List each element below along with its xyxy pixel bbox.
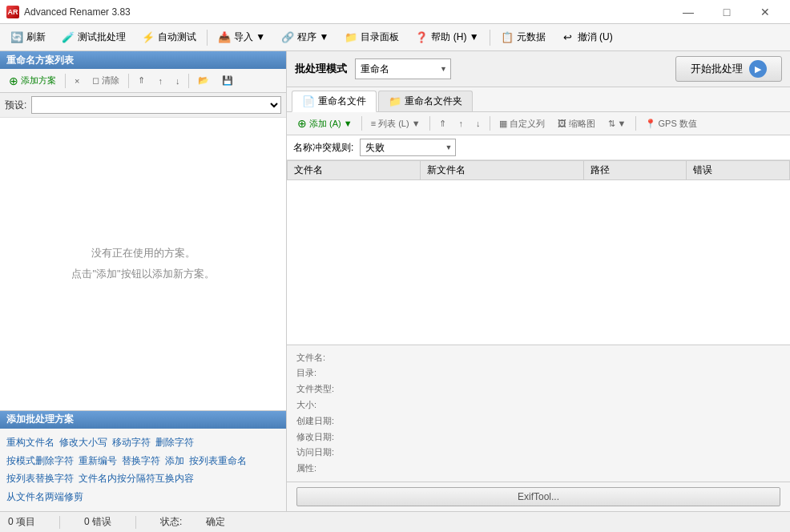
preset-select[interactable] [31,96,281,114]
start-batch-label: 开始批处理 [691,62,743,76]
method-remove-char[interactable]: 删除字符 [155,437,194,448]
method-move-char[interactable]: 移动字符 [112,437,151,448]
refresh-icon: 🔄 [10,31,23,44]
menu-refresh[interactable]: 🔄 刷新 [3,27,53,48]
menu-help-label: 帮助 (H) ▼ [431,30,478,44]
move-top-icon: ⇑ [138,75,145,86]
rtb-top-icon: ⇑ [439,119,446,129]
filename-label: 文件名: [296,350,393,366]
menu-help[interactable]: ❓ 帮助 (H) ▼ [408,27,486,48]
exif-button[interactable]: ExifTool... [296,487,780,506]
title-bar: AR Advanced Renamer 3.83 — □ ✕ [0,0,790,24]
clear-icon: ◻ [92,75,99,86]
rtb-move-down[interactable]: ↓ [470,115,486,132]
method-change-case[interactable]: 修改大小写 [59,437,107,448]
add-file-icon: ⊕ [297,117,307,130]
start-batch-button[interactable]: 开始批处理 ▶ [675,56,782,82]
menu-dir-panel[interactable]: 📁 目录面板 [337,27,406,48]
rtb-move-up[interactable]: ↑ [453,115,470,132]
status-state-label: 状态: [160,515,182,529]
method-replace-char[interactable]: 替换字符 [122,455,160,466]
rtb-down-icon: ↓ [476,119,481,128]
method-list-replace[interactable]: 按列表替换字符 [6,473,74,484]
right-panel: 批处理模式 重命名 复制 移动 开始批处理 ▶ 📄 重命名文件 📁 重命名 [287,51,790,511]
menu-metadata-label: 元数据 [517,30,546,44]
test-icon: 🧪 [62,31,75,44]
tab-rename-folder[interactable]: 📁 重命名文件夹 [378,91,473,111]
batch-mode-select[interactable]: 重命名 复制 移动 [355,58,451,79]
move-top-button[interactable]: ⇑ [132,72,151,90]
minimize-button[interactable]: — [670,0,707,24]
gps-button[interactable]: 📍 GPS 数值 [639,115,703,132]
menu-program[interactable]: 🔗 程序 ▼ [274,27,336,48]
custom-col-button[interactable]: ▦ 自定义列 [494,115,550,132]
left-panel: 重命名方案列表 ⊕ 添加方案 × ◻ 清除 ⇑ ↑ ↓ [0,51,287,511]
list-view-button[interactable]: ≡ 列表 (L) ▼ [365,115,426,132]
close-button[interactable]: ✕ [747,0,784,24]
add-batch-header: 添加批处理方案 [0,411,286,429]
import-icon: 📥 [218,31,231,44]
status-state-value: 确定 [206,515,225,529]
method-swap-delimiter[interactable]: 文件名内按分隔符互换内容 [79,473,194,484]
method-add[interactable]: 添加 [165,455,184,466]
preset-label: 预设: [5,99,26,112]
batch-mode-wrap: 重命名 复制 移动 [355,58,451,79]
menu-import-label: 导入 ▼ [234,30,265,44]
file-table[interactable]: 文件名 新文件名 路径 错误 [287,160,790,345]
files-table: 文件名 新文件名 路径 错误 [287,160,790,180]
list-icon: ≡ [371,119,376,128]
gps-label: GPS 数值 [659,118,697,130]
add-scheme-button[interactable]: ⊕ 添加方案 [3,72,62,90]
sort-icon: ⇅ ▼ [608,119,627,129]
clear-button[interactable]: ◻ 清除 [87,72,125,90]
rtb-sep-1 [361,116,362,131]
folder-button[interactable]: 📂 [192,72,215,90]
menu-test-batch-label: 测试批处理 [78,30,126,44]
rtb-up-icon: ↑ [459,119,464,128]
delete-scheme-button[interactable]: × [69,72,85,90]
tab-rename-file[interactable]: 📄 重命名文件 [292,91,377,112]
clear-label: 清除 [102,75,119,87]
move-down-button[interactable]: ↓ [170,72,186,90]
menu-auto-test[interactable]: ⚡ 自动测试 [135,27,204,48]
file-tabs: 📄 重命名文件 📁 重命名文件夹 [287,87,790,112]
rtb-move-top[interactable]: ⇑ [433,115,452,132]
add-batch-title: 添加批处理方案 [6,413,74,426]
sort-button[interactable]: ⇅ ▼ [603,115,632,132]
program-icon: 🔗 [281,31,294,44]
move-up-button[interactable]: ↑ [152,72,168,90]
preset-row: 预设: [0,93,286,118]
menu-metadata[interactable]: 📋 元数据 [494,27,553,48]
right-top-bar: 批处理模式 重命名 复制 移动 开始批处理 ▶ [287,51,790,87]
method-trim-ends[interactable]: 从文件名两端修剪 [6,491,83,502]
menu-test-batch[interactable]: 🧪 测试批处理 [54,27,133,48]
empty-line1: 没有正在使用的方案。 [91,243,195,264]
rtb-sep-4 [635,116,636,131]
empty-line2: 点击"添加"按钮以添加新方案。 [71,264,214,284]
thumbnail-icon: 🖼 [558,119,566,128]
toolbar-sep-3 [188,74,189,88]
method-renumber[interactable]: 重新编号 [79,455,117,466]
method-pattern-remove[interactable]: 按模式删除字符 [6,455,74,466]
maximize-button[interactable]: □ [708,0,745,24]
menu-undo-label: 撤消 (U) [578,30,613,44]
folder-tab-icon: 📁 [389,95,401,107]
table-header: 文件名 新文件名 路径 错误 [288,161,790,180]
status-sep-2 [135,516,136,529]
move-down-icon: ↓ [175,76,180,86]
list-view-label: 列表 (L) ▼ [378,118,420,130]
scheme-toolbar: ⊕ 添加方案 × ◻ 清除 ⇑ ↑ ↓ 📂 [0,69,286,93]
info-panel: 文件名: 目录: 文件类型: 大小: 创建日期: 修改日期: 访问日期: 属性: [287,345,790,482]
save-icon: 💾 [222,75,233,86]
menu-program-label: 程序 ▼ [297,30,328,44]
thumbnail-button[interactable]: 🖼 缩略图 [552,115,601,132]
conflict-select-wrap: 失败 跳过 覆盖 追加 [360,139,456,156]
method-rename-file[interactable]: 重构文件名 [6,437,54,448]
method-list-rename[interactable]: 按列表重命名 [189,455,247,466]
save-scheme-button[interactable]: 💾 [216,72,239,90]
menu-refresh-label: 刷新 [26,30,46,44]
conflict-select[interactable]: 失败 跳过 覆盖 追加 [360,139,456,156]
add-file-button[interactable]: ⊕ 添加 (A) ▼ [292,115,358,132]
menu-import[interactable]: 📥 导入 ▼ [211,27,272,48]
menu-undo[interactable]: ↩ 撤消 (U) [554,27,620,48]
